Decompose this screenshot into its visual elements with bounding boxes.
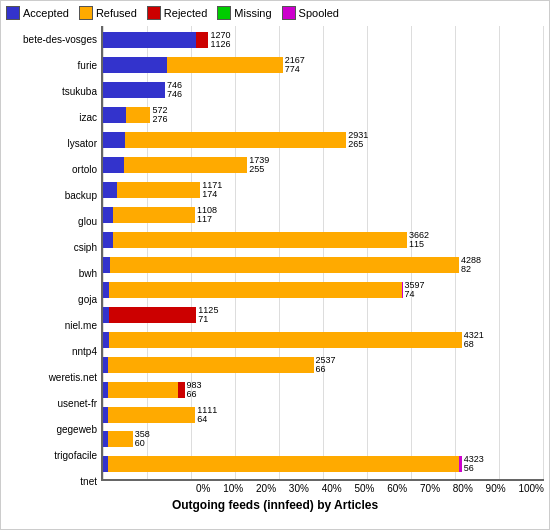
- x-label: 70%: [420, 483, 440, 494]
- bar-segment-accepted: [103, 32, 196, 48]
- chart-title: Outgoing feeds (innfeed) by Articles: [6, 498, 544, 512]
- bar-row-goja: 359774: [103, 279, 544, 301]
- y-label-bwh: bwh: [6, 262, 97, 284]
- bar-row-bwh: 428882: [103, 254, 544, 276]
- bar-value-niel.me: 112571: [198, 306, 218, 324]
- bar-value-glou: 1108117: [197, 206, 217, 224]
- bar-segment-accepted: [103, 57, 167, 73]
- bar-value-usenet-fr: 98366: [187, 381, 202, 399]
- bar-segment-rejected: [196, 32, 208, 48]
- x-label: 50%: [354, 483, 374, 494]
- bar-value-weretis.net: 253766: [316, 356, 336, 374]
- x-label: 80%: [453, 483, 473, 494]
- bar-value-backup: 1171174: [202, 181, 222, 199]
- bar-row-izac: 572276: [103, 104, 544, 126]
- y-label-ortolo: ortolo: [6, 158, 97, 180]
- legend-item-refused: Refused: [79, 6, 137, 20]
- y-label-furie: furie: [6, 54, 97, 76]
- bar-segment-refused: [117, 182, 200, 198]
- bar-row-tsukuba: 746746: [103, 79, 544, 101]
- bar-segment-spooled: [459, 456, 462, 472]
- legend-item-spooled: Spooled: [282, 6, 339, 20]
- x-label: 0%: [196, 483, 210, 494]
- y-axis-labels: bete-des-vosgesfurietsukubaizaclysatoror…: [6, 26, 101, 494]
- y-label-usenet-fr: usenet-fr: [6, 392, 97, 414]
- bar-value-bete-des-vosges: 12701126: [210, 31, 230, 49]
- chart-container: AcceptedRefusedRejectedMissingSpooled be…: [0, 0, 550, 530]
- bar-segment-accepted: [103, 157, 124, 173]
- bar-value-nntp4: 432168: [464, 331, 484, 349]
- bar-segment-refused: [124, 157, 247, 173]
- bar-value-lysator: 2931265: [348, 131, 368, 149]
- bar-segment-spooled: [402, 282, 403, 298]
- bar-segment-rejected: [109, 307, 196, 323]
- legend-item-missing: Missing: [217, 6, 271, 20]
- bar-row-weretis.net: 253766: [103, 354, 544, 376]
- y-label-csiph: csiph: [6, 236, 97, 258]
- bar-row-glou: 1108117: [103, 204, 544, 226]
- bar-value-goja: 359774: [405, 281, 425, 299]
- bar-value-trigofacile: 35860: [135, 430, 150, 448]
- bar-segment-accepted: [103, 207, 113, 223]
- legend-item-rejected: Rejected: [147, 6, 207, 20]
- bar-row-csiph: 3662115: [103, 229, 544, 251]
- bar-segment-refused: [108, 431, 133, 447]
- legend-color-missing: [217, 6, 231, 20]
- bar-row-ortolo: 1739255: [103, 154, 544, 176]
- bar-segment-refused: [110, 257, 459, 273]
- y-label-glou: glou: [6, 210, 97, 232]
- bar-row-bete-des-vosges: 12701126: [103, 29, 544, 51]
- y-label-niel.me: niel.me: [6, 314, 97, 336]
- legend-color-spooled: [282, 6, 296, 20]
- y-label-gegeweb: gegeweb: [6, 418, 97, 440]
- x-label: 30%: [289, 483, 309, 494]
- bar-value-bwh: 428882: [461, 256, 481, 274]
- legend: AcceptedRefusedRejectedMissingSpooled: [6, 6, 544, 20]
- bar-segment-accepted: [103, 132, 125, 148]
- bar-segment-accepted: [103, 182, 117, 198]
- bar-segment-refused: [108, 456, 459, 472]
- y-label-bete-des-vosges: bete-des-vosges: [6, 28, 97, 50]
- x-label: 100%: [518, 483, 544, 494]
- bar-segment-refused: [109, 332, 462, 348]
- bar-row-niel.me: 112571: [103, 304, 544, 326]
- y-label-tnet: tnet: [6, 470, 97, 492]
- bar-segment-refused: [108, 357, 313, 373]
- bar-value-izac: 572276: [152, 106, 167, 124]
- bar-segment-refused: [113, 232, 407, 248]
- bar-segment-refused: [113, 207, 195, 223]
- x-label: 10%: [223, 483, 243, 494]
- bar-row-trigofacile: 35860: [103, 428, 544, 450]
- bar-value-tnet: 432356: [464, 455, 484, 473]
- legend-color-refused: [79, 6, 93, 20]
- legend-label-refused: Refused: [96, 7, 137, 19]
- legend-label-spooled: Spooled: [299, 7, 339, 19]
- legend-label-accepted: Accepted: [23, 7, 69, 19]
- x-label: 90%: [486, 483, 506, 494]
- bar-segment-refused: [108, 382, 178, 398]
- bar-segment-refused: [126, 107, 151, 123]
- y-label-goja: goja: [6, 288, 97, 310]
- bar-segment-accepted: [103, 82, 165, 98]
- y-label-nntp4: nntp4: [6, 340, 97, 362]
- bar-row-usenet-fr: 98366: [103, 379, 544, 401]
- bar-row-furie: 2167774: [103, 54, 544, 76]
- y-label-trigofacile: trigofacile: [6, 444, 97, 466]
- bar-row-backup: 1171174: [103, 179, 544, 201]
- bar-row-nntp4: 432168: [103, 329, 544, 351]
- bar-segment-accepted: [103, 107, 126, 123]
- x-label: 40%: [322, 483, 342, 494]
- y-label-izac: izac: [6, 106, 97, 128]
- bar-row-tnet: 432356: [103, 453, 544, 475]
- bar-value-tsukuba: 746746: [167, 81, 182, 99]
- bar-segment-accepted: [103, 257, 110, 273]
- y-label-backup: backup: [6, 184, 97, 206]
- bar-row-lysator: 2931265: [103, 129, 544, 151]
- bar-segment-accepted: [103, 232, 113, 248]
- bar-segment-refused: [167, 57, 283, 73]
- legend-item-accepted: Accepted: [6, 6, 69, 20]
- bar-value-furie: 2167774: [285, 56, 305, 74]
- bar-value-ortolo: 1739255: [249, 156, 269, 174]
- bar-segment-rejected: [178, 382, 184, 398]
- legend-color-rejected: [147, 6, 161, 20]
